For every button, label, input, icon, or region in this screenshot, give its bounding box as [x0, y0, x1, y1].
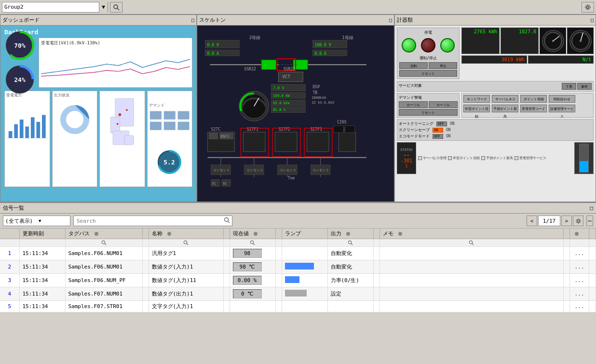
svg-point-113 — [552, 40, 554, 42]
output-sort-dot[interactable] — [346, 232, 350, 236]
row-sep1 — [142, 260, 149, 274]
row-sep5 — [564, 260, 570, 274]
col-header-time: 更新時刻 — [19, 229, 65, 239]
value-sort-dot[interactable] — [254, 232, 257, 236]
scroll-indicator[interactable] — [586, 216, 593, 226]
ctrl-btn4[interactable]: 時刻合わせ — [549, 95, 575, 103]
row-number-link[interactable]: 4 — [8, 291, 11, 297]
svg-text:VCT: VCT — [283, 75, 291, 80]
tag-sort-dot[interactable] — [95, 232, 98, 236]
ctrl-btn1[interactable]: ネットワーク — [463, 95, 490, 103]
svg-text:70%: 70% — [14, 42, 26, 49]
group-dropdown-button[interactable]: ▼ — [99, 2, 108, 13]
row-number-link[interactable]: 5 — [8, 303, 11, 310]
ctrl-btn2[interactable]: サーバムネス — [492, 95, 518, 103]
signal-minimize-button[interactable]: □ — [590, 205, 593, 211]
row-sep1 — [142, 274, 149, 287]
ctrl-btn6[interactable]: 予測ポイント新高 — [492, 105, 518, 112]
top-search-button[interactable] — [110, 2, 122, 13]
row-number-link[interactable]: 2 — [8, 264, 11, 270]
toggle3[interactable]: OFF — [433, 134, 443, 139]
svg-rect-81 — [275, 132, 297, 152]
reset-button[interactable]: リセット — [399, 70, 457, 77]
skeleton-minimize-button[interactable]: □ — [389, 17, 392, 23]
row-number-link[interactable]: 3 — [8, 277, 11, 283]
service-btn1[interactable]: 了承 — [562, 83, 576, 90]
run-button[interactable]: 运転 — [399, 62, 428, 69]
svg-text:22 kV.6.6kV: 22 kV.6.6kV — [312, 100, 335, 105]
toggle1[interactable]: OFF — [436, 121, 447, 126]
instruments-minimize-button[interactable]: □ — [591, 17, 594, 23]
name-sort-dot[interactable] — [167, 232, 171, 236]
skeleton-title: スケルトン — [199, 16, 226, 24]
svg-text:SC: SC — [223, 181, 227, 186]
row-time: 15:11:34 — [19, 287, 65, 301]
row-number-link[interactable]: 1 — [8, 250, 11, 256]
svg-rect-7 — [41, 47, 190, 81]
row-sep5 — [564, 287, 570, 301]
service-btn2[interactable]: 単年 — [577, 83, 592, 90]
filter-sep4 — [373, 239, 379, 247]
green-light — [402, 38, 416, 53]
ctrl-btn5[interactable]: 学習ポイント信頼 — [463, 105, 490, 112]
check2[interactable] — [448, 156, 452, 160]
row-action[interactable]: ... — [570, 274, 589, 287]
row-name: 数値タグ(入力)11 — [149, 274, 223, 287]
row-sep1 — [142, 287, 149, 301]
dashboard-minimize-button[interactable]: □ — [191, 17, 194, 23]
demand-btn1[interactable]: カーソル — [399, 101, 428, 108]
table-config-button[interactable] — [573, 216, 583, 226]
group-selector[interactable]: Group2 ▼ — [2, 2, 108, 13]
dashboard-header: ダッシュボード □ — [0, 15, 196, 26]
top-settings-button[interactable] — [582, 2, 594, 13]
row-lamp — [282, 247, 327, 260]
row-memo — [379, 301, 564, 312]
next-page-button[interactable]: > — [561, 216, 572, 226]
filter-action — [570, 239, 589, 247]
row-time: 15:11:34 — [19, 301, 65, 312]
instruments-panel: 計器類 □ 停電 — [394, 14, 596, 202]
ctrl-btn8[interactable]: 設備管理サービス — [549, 105, 575, 112]
toggle2[interactable]: ON — [433, 128, 443, 133]
filter-select[interactable]: (全て表示) ▼ — [3, 216, 70, 226]
filter-dropdown-arrow[interactable]: ▼ — [37, 218, 70, 223]
check3[interactable] — [481, 156, 485, 160]
row-sep4 — [373, 274, 379, 287]
svg-line-130 — [472, 243, 474, 245]
row-tag: Samples.F06.NUM_PF — [65, 274, 142, 287]
row-action[interactable]: ... — [570, 260, 589, 274]
row-action[interactable]: ... — [570, 301, 589, 312]
ctrl-btn3[interactable]: ポイント登録 — [520, 95, 547, 103]
prev-page-button[interactable]: < — [527, 216, 537, 226]
memo-sort-dot[interactable] — [398, 232, 402, 236]
svg-text:コンセント: コンセント — [213, 168, 230, 172]
row-action[interactable]: ... — [570, 247, 589, 260]
svg-point-120 — [577, 220, 580, 222]
check1[interactable] — [418, 156, 422, 160]
group-input[interactable]: Group2 — [2, 4, 99, 10]
stop-button[interactable]: 停止 — [429, 62, 457, 69]
demand-btn2[interactable]: カーソル — [429, 101, 458, 108]
ctrl-btn7[interactable]: 受電管理コード — [520, 105, 547, 112]
action-sort-dot[interactable] — [575, 232, 579, 236]
check4[interactable] — [515, 156, 518, 160]
demand-btn3[interactable]: リセット — [399, 109, 458, 116]
row-action[interactable]: ... — [570, 287, 589, 301]
svg-rect-85 — [339, 132, 355, 152]
svg-text:2000kVA: 2000kVA — [312, 95, 326, 100]
svg-rect-31 — [177, 111, 189, 119]
signal-table-body: 1 15:11:34 Samples.F06.NUM01 汎用タグ1 98 自動… — [0, 247, 596, 312]
svg-text:DSP: DSP — [312, 84, 320, 89]
search-input[interactable] — [74, 218, 222, 224]
row-output — [327, 301, 373, 312]
row-sep2 — [223, 274, 230, 287]
instruments-inner: 停電 運転/停止 运転 停止 — [395, 26, 596, 202]
svg-rect-79 — [244, 132, 266, 152]
row-time: 15:11:34 — [19, 274, 65, 287]
col-sep-1 — [142, 229, 149, 239]
row-sep1 — [142, 301, 149, 312]
row-sep5 — [564, 274, 570, 287]
row-tag: Samples.F06.NUM01 — [65, 247, 142, 260]
svg-point-129 — [470, 241, 473, 243]
row-no: 1 — [0, 247, 19, 260]
